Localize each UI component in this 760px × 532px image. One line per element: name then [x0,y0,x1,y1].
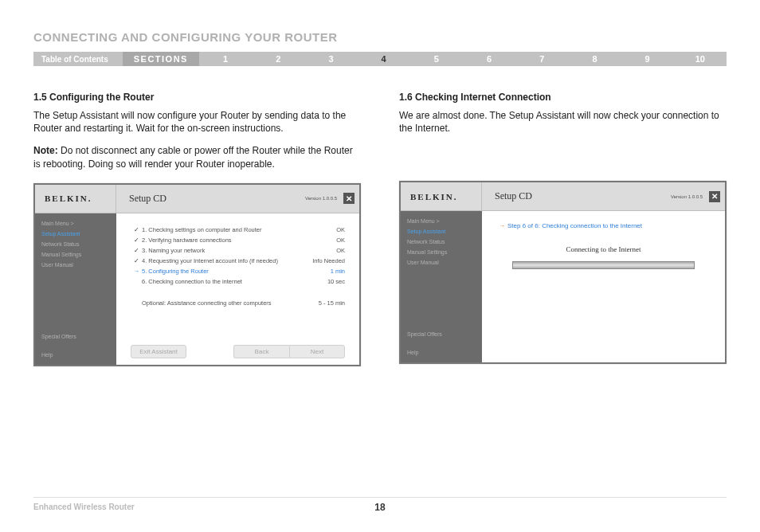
step-status: Info Needed [305,257,345,264]
arrow-right-icon: → [131,268,142,275]
right-para1: We are almost done. The Setup Assistant … [399,109,727,135]
exit-assistant-button[interactable]: Exit Assistant [131,345,186,358]
step-label: 3. Naming your network [142,247,305,254]
left-heading: 1.5 Configuring the Router [33,92,361,103]
close-icon[interactable]: ✕ [343,193,355,204]
step-label: 5. Configuring the Router [142,268,305,275]
nav-toc[interactable]: Table of Contents [33,55,123,64]
optional-row: Optional: Assistance connecting other co… [131,298,345,308]
check-icon: ✓ [131,226,142,233]
content-left: ✓ 1. Checking settings on computer and R… [116,213,359,365]
optional-label: Optional: Assistance connecting other co… [142,299,305,307]
sidebar-main-menu[interactable]: Main Menu > [35,218,116,229]
step-header-label: Step 6 of 6: Checking connection to the … [507,222,642,229]
titlebar-right: BELKIN. Setup CD Version 1.0.0.5 ✕ [401,182,725,211]
nav-sections-label: SECTIONS [123,52,199,66]
step-status: OK [305,226,345,233]
nav-section-8[interactable]: 8 [568,54,621,64]
check-icon: ✓ [131,257,142,264]
step-label: 4. Requesting your Internet account info… [142,257,305,264]
sidebar-special-offers[interactable]: Special Offers [401,329,482,339]
left-note: Note: Do not disconnect any cable or pow… [33,144,361,170]
window-title-right: Setup CD [482,190,532,202]
sidebar-manual-settings[interactable]: Manual Settings [35,249,116,260]
nav-section-5[interactable]: 5 [410,54,463,64]
sidebar-help[interactable]: Help [35,350,116,360]
check-icon: ✓ [131,247,142,254]
footer-title: Enhanced Wireless Router [33,503,135,511]
step-row-3: ✓ 3. Naming your network OK [131,245,345,256]
sidebar-user-manual[interactable]: User Manual [401,257,482,268]
step-status: OK [305,247,345,254]
step-row-2: ✓ 2. Verifying hardware connections OK [131,235,345,245]
window-title-left: Setup CD [116,193,166,205]
page-title: CONNECTING AND CONFIGURING YOUR ROUTER [33,30,727,44]
sidebar-setup-assistant[interactable]: Setup Assistant [35,229,116,239]
step-status: 1 min [305,268,345,275]
nav-section-7[interactable]: 7 [515,54,568,64]
nav-section-3[interactable]: 3 [304,54,357,64]
arrow-right-icon: → [496,222,507,229]
right-heading: 1.6 Checking Internet Connection [399,92,727,103]
note-label: Note: [33,145,58,156]
sidebar-user-manual[interactable]: User Manual [35,260,116,270]
sidebar-right: Main Menu > Setup Assistant Network Stat… [401,211,482,362]
setup-window-right: BELKIN. Setup CD Version 1.0.0.5 ✕ Main … [399,181,727,364]
optional-status: 5 - 15 min [305,299,345,307]
step-header: → Step 6 of 6: Checking connection to th… [496,222,711,245]
nav-section-2[interactable]: 2 [252,54,304,64]
left-para1: The Setup Assistant will now configure y… [33,109,361,135]
connecting-label: Connecting to the Internet [496,245,711,253]
progress-bar [512,261,695,269]
next-button[interactable]: Next [289,345,345,358]
setup-window-left: BELKIN. Setup CD Version 1.0.0.5 ✕ Main … [33,183,361,366]
step-row-5: → 5. Configuring the Router 1 min [131,266,345,276]
step-label: 1. Checking settings on computer and Rou… [142,226,305,233]
button-row: Exit Assistant Back Next [131,338,345,358]
right-column: 1.6 Checking Internet Connection We are … [399,92,727,366]
left-column: 1.5 Configuring the Router The Setup Ass… [33,92,361,366]
step-label: 2. Verifying hardware connections [142,237,305,244]
step-status: OK [305,237,345,244]
step-status: 10 sec [305,278,345,285]
titlebar-left: BELKIN. Setup CD Version 1.0.0.5 ✕ [35,185,359,213]
sidebar-network-status[interactable]: Network Status [401,237,482,247]
sidebar-manual-settings[interactable]: Manual Settings [401,247,482,257]
sidebar-main-menu[interactable]: Main Menu > [401,216,482,226]
nav-section-10[interactable]: 10 [674,54,727,64]
step-label: 6. Checking connection to the internet [142,278,305,285]
version-label-left: Version 1.0.0.5 [305,196,337,201]
back-button[interactable]: Back [233,345,289,358]
sidebar-left: Main Menu > Setup Assistant Network Stat… [35,213,116,365]
nav-section-1[interactable]: 1 [199,54,252,64]
page-number: 18 [374,502,385,513]
nav-section-9[interactable]: 9 [621,54,674,64]
close-icon[interactable]: ✕ [709,191,720,202]
nav-section-6[interactable]: 6 [463,54,515,64]
version-label-right: Version 1.0.0.5 [671,194,703,199]
nav-section-4[interactable]: 4 [358,54,410,64]
sidebar-help[interactable]: Help [401,347,482,358]
belkin-logo: BELKIN. [401,182,482,210]
step-row-6: 6. Checking connection to the internet 1… [131,276,345,287]
sidebar-setup-assistant[interactable]: Setup Assistant [401,226,482,237]
step-row-1: ✓ 1. Checking settings on computer and R… [131,225,345,235]
content-right: → Step 6 of 6: Checking connection to th… [482,211,725,362]
sidebar-network-status[interactable]: Network Status [35,239,116,249]
sidebar-special-offers[interactable]: Special Offers [35,331,116,342]
belkin-logo: BELKIN. [35,185,116,213]
page-footer: Enhanced Wireless Router 18 [33,497,727,511]
section-nav: Table of Contents SECTIONS 1 2 3 4 5 6 7… [33,52,727,66]
note-body: Do not disconnect any cable or power off… [33,145,353,169]
check-icon: ✓ [131,237,142,244]
step-row-4: ✓ 4. Requesting your Internet account in… [131,256,345,266]
